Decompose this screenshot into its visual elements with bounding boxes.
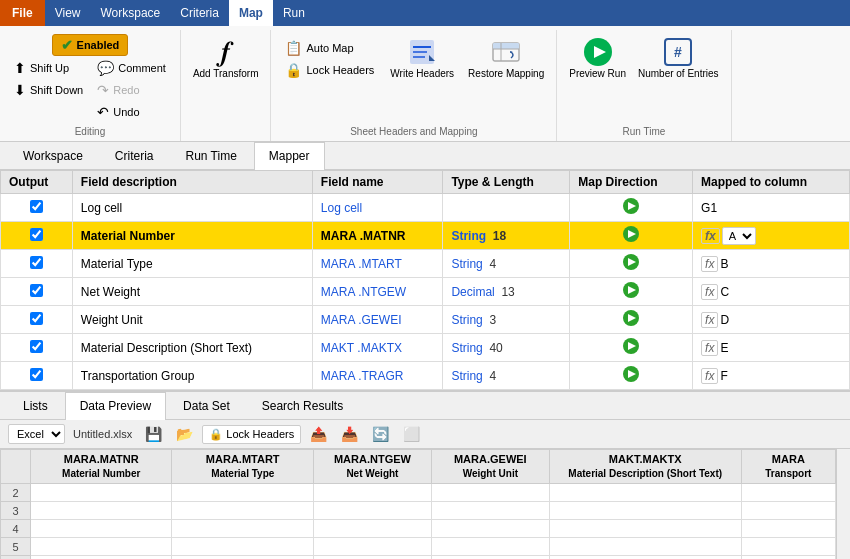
auto-map-button[interactable]: 📋 Auto Map [279,38,380,58]
spreadsheet-cell[interactable] [31,520,172,538]
file-type-dropdown[interactable]: Excel [8,424,65,444]
toolbar-btn-2[interactable]: 📥 [336,424,363,444]
tab-workspace[interactable]: Workspace [8,142,98,169]
formula-icon[interactable]: fx [701,340,718,356]
runtime-group-title: Run Time [623,122,666,137]
preview-run-button[interactable]: Preview Run [565,34,630,82]
row-checkbox[interactable] [30,200,43,213]
table-row[interactable]: Material TypeMARA .MTARTString 4fx B [1,250,850,278]
row-checkbox[interactable] [30,368,43,381]
type-length: String 3 [443,306,570,334]
write-headers-button[interactable]: Write Headers [386,34,458,82]
table-row[interactable]: Material Description (Short Text)MAKT .M… [1,334,850,362]
number-of-entries-button[interactable]: # Number of Entries [634,34,723,82]
spreadsheet-cell[interactable] [549,538,741,556]
spreadsheet-cell[interactable] [172,484,313,502]
spreadsheet-cell[interactable] [31,502,172,520]
spreadsheet-cell[interactable] [741,538,835,556]
menu-workspace[interactable]: Workspace [90,0,170,26]
redo-button[interactable]: ↷ Redo [91,80,172,100]
type-length: Decimal 13 [443,278,570,306]
col-dropdown[interactable]: A [722,227,756,245]
transform-label: Add Transform [193,68,259,80]
formula-icon[interactable]: fx [701,228,720,244]
toolbar-btn-4[interactable]: ⬜ [398,424,425,444]
spreadsheet-cell[interactable] [741,484,835,502]
toolbar-btn-1[interactable]: 📤 [305,424,332,444]
preview-run-label: Preview Run [569,68,626,80]
col-b-header: MARA.MTART Material Type [172,450,313,484]
formula-icon[interactable]: fx [701,312,718,328]
tab-data-set[interactable]: Data Set [168,392,245,419]
toolbar-btn-3[interactable]: 🔄 [367,424,394,444]
spreadsheet-cell[interactable] [549,484,741,502]
tab-search-results[interactable]: Search Results [247,392,358,419]
spreadsheet-cell[interactable] [172,520,313,538]
undo-button[interactable]: ↶ Undo [91,102,172,122]
row-checkbox[interactable] [30,312,43,325]
save-file-button[interactable]: 💾 [140,424,167,444]
menu-run[interactable]: Run [273,0,315,26]
transform-icon: 𝒇 [210,36,242,68]
row-checkbox[interactable] [30,340,43,353]
spreadsheet-cell[interactable] [431,538,549,556]
spreadsheet-cell[interactable] [431,502,549,520]
mapped-col: fx E [693,334,850,362]
row-checkbox[interactable] [30,256,43,269]
spreadsheet-cell[interactable] [313,520,431,538]
formula-icon[interactable]: fx [701,256,718,272]
spreadsheet-container: MARA.MATNR Material Number MARA.MTART Ma… [0,449,836,559]
spreadsheet-cell[interactable] [313,484,431,502]
shift-down-button[interactable]: ⬇ Shift Down [8,80,89,100]
menu-view[interactable]: View [45,0,91,26]
spreadsheet-cell[interactable] [431,484,549,502]
menu-file[interactable]: File [0,0,45,26]
formula-icon[interactable]: fx [701,368,718,384]
mapper-area: Output Field description Field name Type… [0,170,850,390]
menu-map[interactable]: Map [229,0,273,26]
table-row[interactable]: Net WeightMARA .NTGEWDecimal 13fx C [1,278,850,306]
mapped-col: fxA [693,222,850,250]
formula-icon[interactable]: fx [701,284,718,300]
spreadsheet-cell[interactable] [741,520,835,538]
lock-headers-bottom-button[interactable]: 🔒 Lock Headers [202,425,301,444]
field-desc: Net Weight [72,278,312,306]
tab-runtime[interactable]: Run Time [170,142,251,169]
tab-lists[interactable]: Lists [8,392,63,419]
spreadsheet-cell[interactable] [741,502,835,520]
spreadsheet-cell[interactable] [431,520,549,538]
row-checkbox[interactable] [30,228,43,241]
open-folder-button[interactable]: 📂 [171,424,198,444]
spreadsheet-cell[interactable] [31,538,172,556]
shift-up-button[interactable]: ⬆ Shift Up [8,58,89,78]
table-row[interactable]: Transportation GroupMARA .TRAGRString 4f… [1,362,850,390]
table-row[interactable]: Weight UnitMARA .GEWEIString 3fx D [1,306,850,334]
comment-button[interactable]: 💬 Comment [91,58,172,78]
add-transform-button[interactable]: 𝒇 Add Transform [189,34,263,82]
spreadsheet-cell[interactable] [313,538,431,556]
spreadsheet-cell[interactable] [313,502,431,520]
mapped-col: fx C [693,278,850,306]
shift-down-icon: ⬇ [14,82,26,98]
enabled-button[interactable]: ✔ Enabled [52,34,129,56]
restore-mapping-button[interactable]: Restore Mapping [464,34,548,82]
tab-mapper[interactable]: Mapper [254,142,325,170]
tab-criteria[interactable]: Criteria [100,142,169,169]
spreadsheet-cell[interactable] [172,538,313,556]
vertical-scrollbar[interactable] [836,449,850,559]
spreadsheet-cell[interactable] [549,502,741,520]
spreadsheet-cell[interactable] [549,520,741,538]
spreadsheet-cell[interactable] [172,502,313,520]
tab-data-preview[interactable]: Data Preview [65,392,166,420]
num-entries-label: Number of Entries [638,68,719,80]
type-length: String 4 [443,362,570,390]
field-desc: Weight Unit [72,306,312,334]
table-row[interactable]: Material NumberMARA .MATNRString 18fxA [1,222,850,250]
lock-headers-ribbon-button[interactable]: 🔒 Lock Headers [279,60,380,80]
spreadsheet-cell[interactable] [31,484,172,502]
table-row[interactable]: Log cellLog cell G1 [1,194,850,222]
menu-criteria[interactable]: Criteria [170,0,229,26]
col-e-header: MAKT.MAKTX Material Description (Short T… [549,450,741,484]
file-type-selector[interactable]: Excel [8,424,65,444]
row-checkbox[interactable] [30,284,43,297]
